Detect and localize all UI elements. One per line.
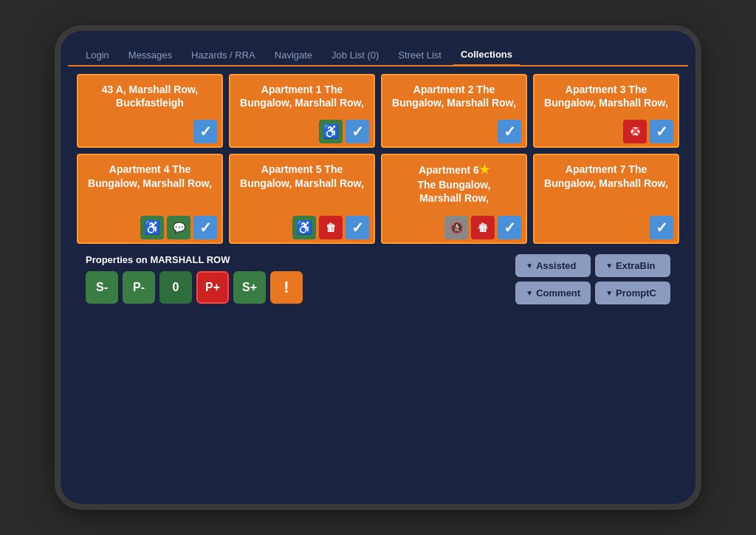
property-card-1[interactable]: 43 A, Marshall Row, Buckfastleigh ✓	[77, 74, 223, 148]
comment-filter-button[interactable]: Comment	[515, 282, 591, 304]
nav-hazards[interactable]: Hazards / RRA	[184, 45, 263, 65]
street-label: Properties on MARSHALL ROW	[86, 254, 515, 265]
property-card-5[interactable]: Apartment 4 The Bungalow, Marshall Row, …	[77, 154, 223, 243]
nav-collections[interactable]: Collections	[453, 44, 520, 67]
xwheelchair-icon-7: 🚷	[444, 216, 468, 239]
wheelchair-icon-5	[140, 216, 164, 239]
recycle-icon-4: ♻ ✕	[623, 120, 647, 143]
action-buttons: S- P- 0 P+ S+ !	[86, 271, 515, 304]
nav-streetlist[interactable]: Street List	[391, 45, 449, 65]
nav-bar: Login Messages Hazards / RRA Navigate Jo…	[68, 38, 688, 67]
card-6-title: Apartment 5 The Bungalow, Marshall Row,	[230, 155, 374, 212]
property-card-6[interactable]: Apartment 5 The Bungalow, Marshall Row, …	[229, 154, 375, 243]
wheelchair-icon-2	[319, 120, 343, 143]
property-card-8[interactable]: Apartment 7 The Bungalow, Marshall Row, …	[533, 154, 679, 243]
zero-button[interactable]: 0	[159, 271, 192, 304]
screen: Login Messages Hazards / RRA Navigate Jo…	[68, 38, 688, 497]
card-8-check[interactable]: ✓	[650, 216, 673, 239]
card-3-check[interactable]: ✓	[498, 120, 521, 143]
property-card-2[interactable]: Apartment 1 The Bungalow, Marshall Row, …	[229, 74, 375, 148]
main-content: 43 A, Marshall Row, Buckfastleigh ✓ Apar…	[68, 67, 688, 497]
exclaim-button[interactable]: !	[270, 271, 303, 304]
card-7-check[interactable]: ✓	[498, 216, 521, 239]
s-plus-button[interactable]: S+	[233, 271, 266, 304]
card-6-footer: 🗑 ✓	[230, 213, 374, 242]
card-7-footer: 🚷 🗑 ✓	[382, 213, 526, 242]
p-plus-button[interactable]: P+	[196, 271, 229, 304]
s-minus-button[interactable]: S-	[86, 271, 118, 304]
card-3-footer: ✓	[382, 117, 526, 146]
bin-icon-6: 🗑	[319, 216, 343, 239]
extrabin-filter-button[interactable]: ExtraBin	[595, 254, 670, 277]
device-frame: Login Messages Hazards / RRA Navigate Jo…	[61, 31, 695, 504]
bottom-bar: Properties on MARSHALL ROW S- P- 0 P+ S+…	[77, 250, 679, 309]
card-4-footer: ♻ ✕ ✓	[535, 117, 678, 146]
nav-login[interactable]: Login	[78, 45, 117, 65]
card-2-title: Apartment 1 The Bungalow, Marshall Row,	[230, 75, 374, 117]
card-5-title: Apartment 4 The Bungalow, Marshall Row,	[78, 155, 221, 212]
property-card-4[interactable]: Apartment 3 The Bungalow, Marshall Row, …	[533, 74, 679, 148]
bin-icon-7: 🗑	[471, 216, 495, 239]
card-2-check[interactable]: ✓	[346, 120, 369, 143]
card-6-check[interactable]: ✓	[346, 216, 369, 239]
filter-buttons: Assisted ExtraBin Comment PromptC	[515, 254, 670, 304]
wheelchair-icon-6	[292, 216, 316, 239]
card-1-check[interactable]: ✓	[193, 120, 217, 143]
nav-messages[interactable]: Messages	[121, 45, 179, 65]
property-grid-row1: 43 A, Marshall Row, Buckfastleigh ✓ Apar…	[77, 74, 679, 148]
card-1-title: 43 A, Marshall Row, Buckfastleigh	[78, 75, 221, 117]
property-card-3[interactable]: Apartment 2 The Bungalow, Marshall Row, …	[381, 74, 527, 148]
card-4-title: Apartment 3 The Bungalow, Marshall Row,	[535, 75, 678, 117]
card-1-footer: ✓	[78, 117, 221, 146]
card-5-check[interactable]: ✓	[193, 216, 217, 239]
card-4-check[interactable]: ✓	[650, 120, 673, 143]
card-8-title: Apartment 7 The Bungalow, Marshall Row,	[535, 155, 678, 212]
star-icon: ★	[479, 163, 489, 176]
property-grid-row2: Apartment 4 The Bungalow, Marshall Row, …	[77, 154, 679, 243]
card-3-title: Apartment 2 The Bungalow, Marshall Row,	[382, 75, 526, 117]
card-8-footer: ✓	[535, 213, 678, 242]
comment-icon-5: 💬	[167, 216, 190, 239]
card-2-footer: ✓	[230, 117, 374, 146]
card-7-title: Apartment 6★ The Bungalow, Marshall Row,	[382, 155, 526, 212]
p-minus-button[interactable]: P-	[123, 271, 155, 304]
property-card-7[interactable]: Apartment 6★ The Bungalow, Marshall Row,…	[381, 154, 527, 243]
nav-joblist[interactable]: Job List (0)	[324, 45, 386, 65]
promptc-filter-button[interactable]: PromptC	[595, 282, 670, 304]
card-5-footer: 💬 ✓	[78, 213, 221, 242]
nav-navigate[interactable]: Navigate	[267, 45, 320, 65]
assisted-filter-button[interactable]: Assisted	[515, 254, 591, 277]
